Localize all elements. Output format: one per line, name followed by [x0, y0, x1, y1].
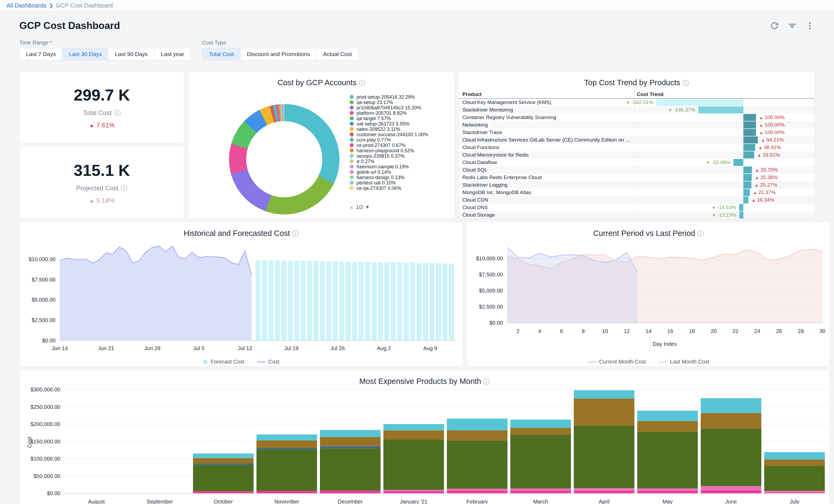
monthly-products-chart[interactable]: $300,000.00$250,000.00$200,000.00$150,00… — [20, 386, 830, 504]
chevron-right-icon: ❯ — [49, 3, 53, 8]
info-icon[interactable]: ⓘ — [359, 79, 365, 87]
table-row[interactable]: Cloud SQL▲ 25.70% — [459, 166, 814, 174]
svg-text:10: 10 — [602, 328, 608, 334]
svg-text:6: 6 — [560, 328, 563, 334]
column-header-product[interactable]: Product — [459, 91, 634, 97]
product-cell: MongoDB Inc. MongoDB Atlas — [459, 190, 634, 195]
legend-current-month[interactable]: Current Month Cost — [588, 359, 646, 365]
info-icon[interactable]: ⓘ — [114, 109, 121, 117]
table-row[interactable]: Cloud Storage▼ -13.19% — [459, 211, 814, 219]
more-options-button[interactable] — [805, 21, 815, 30]
product-cell: Cloud CDN — [459, 197, 634, 203]
monthly-products-title: Most Expensive Products by Month — [359, 377, 481, 386]
info-icon[interactable]: ⓘ — [483, 378, 490, 385]
table-row[interactable]: MongoDB Inc. MongoDB Atlas▲ 21.37% — [459, 189, 814, 196]
donut-legend-item[interactable]: ccm-play 0.77% — [350, 137, 455, 143]
table-row[interactable]: Cloud Dataflow▼ -32.06% — [459, 159, 814, 166]
table-row[interactable]: Cloud Infrastructure Services GitLab Ser… — [459, 136, 814, 144]
filter-button[interactable] — [787, 21, 797, 30]
info-icon[interactable]: ⓘ — [682, 79, 689, 87]
cost-trend-table-title: Top Cost Trend by Products — [584, 78, 680, 87]
legend-label: ce-qa-274307 0.06% — [356, 185, 401, 191]
info-icon[interactable]: ⓘ — [292, 230, 299, 237]
historical-forecast-chart[interactable]: $0.00$2,500.00$5,000.00$7,500.00$10,000.… — [20, 238, 463, 358]
legend-label: qa-target 7.57% — [356, 116, 391, 121]
info-icon[interactable]: ⓘ — [697, 230, 704, 237]
legend-cost[interactable]: Cost — [257, 359, 280, 365]
breadcrumb: All Dashboards ❯ GCP Cost Dashboard — [0, 0, 834, 11]
cost-trend-cell: ▲ 16.34% — [634, 196, 814, 204]
legend-label: harness-playground 0.52% — [356, 148, 414, 153]
table-row[interactable]: Cloud CDN▲ 16.34% — [459, 196, 814, 204]
donut-legend-item[interactable]: freemium-sample 0.19% — [350, 164, 455, 170]
pager-up-icon[interactable]: ▲ — [349, 204, 354, 210]
breadcrumb-link-all-dashboards[interactable]: All Dashboards — [6, 2, 46, 9]
option-last-7-days[interactable]: Last 7 Days — [20, 48, 62, 60]
info-icon[interactable]: ⓘ — [121, 184, 127, 193]
table-row[interactable]: Stackdriver Monitoring▼ -146.37% — [459, 106, 814, 114]
total-cost-kpi-card: 299.7 K Total Cost ⓘ ▲ 7.61% — [19, 71, 184, 144]
donut-legend-item[interactable]: qa-target 7.57% — [350, 116, 455, 121]
svg-text:$10,000.00: $10,000.00 — [29, 256, 56, 262]
product-cell: Cloud Storage — [459, 212, 634, 218]
legend-dot-icon — [350, 186, 354, 190]
breadcrumb-current: GCP Cost Dashboard — [56, 2, 113, 9]
table-row[interactable]: Stackdriver Logging▲ 25.27% — [459, 181, 814, 189]
donut-legend-item[interactable]: ø 0.27% — [350, 159, 455, 164]
legend-forecast-cost[interactable]: Forecast Cost — [203, 359, 244, 365]
svg-text:August: August — [88, 499, 105, 504]
donut-legend-item[interactable]: platform-205701 8.82% — [350, 110, 455, 116]
donut-legend-item[interactable]: sales-209522 3.11% — [350, 127, 455, 132]
triangle-down-icon: ▼ — [706, 160, 710, 165]
option-last-30-days[interactable]: Last 30 Days — [62, 48, 108, 60]
legend-last-month[interactable]: Last Month Cost — [659, 359, 709, 365]
donut-legend-item[interactable]: prod-setup-205416 32.29% — [350, 94, 455, 100]
table-row[interactable]: Cloud Key Management Service (KMS)▼ -342… — [459, 98, 814, 106]
table-row[interactable]: Stackdriver Trace▲ 100.00% — [459, 129, 814, 136]
donut-legend-item[interactable]: harness-design 0.13% — [350, 175, 455, 180]
donut-legend-item[interactable]: pr10406a87045145c3 15.20% — [350, 105, 455, 110]
legend-label: harness-design 0.13% — [356, 175, 404, 180]
table-row[interactable]: Cloud DNS▼ -14.53% — [459, 204, 814, 211]
table-row[interactable]: Redis Labs Redis Enterprise Cloud▲ 25.38… — [459, 174, 814, 181]
option-last-year[interactable]: Last year — [154, 48, 191, 60]
table-row[interactable]: Container Registry Vulnerability Scannin… — [459, 114, 814, 121]
trend-bar — [743, 189, 750, 196]
period-compare-chart[interactable]: $0.00$2,500.00$5,000.00$7,500.00$10,000.… — [467, 238, 830, 358]
donut-legend-item[interactable]: uat-setup-261723 5.55% — [350, 121, 455, 127]
donut-legend-item[interactable]: pentest-uat 0.10% — [350, 180, 455, 185]
option-total-cost[interactable]: Total Cost — [202, 48, 240, 60]
column-header-cost-trend[interactable]: Cost Trend — [634, 91, 814, 98]
option-last-90-days[interactable]: Last 90 Days — [108, 48, 154, 60]
donut-legend-item[interactable]: qa-setup 23.17% — [350, 100, 455, 105]
option-actual-cost[interactable]: Actual Cost — [316, 48, 358, 60]
table-row[interactable]: Cloud Memorystore for Redis▲ 33.51% — [459, 151, 814, 159]
svg-text:12: 12 — [624, 328, 630, 334]
svg-text:Jun 21: Jun 21 — [98, 345, 114, 351]
svg-text:$50,000.00: $50,000.00 — [34, 473, 60, 479]
gcp-accounts-donut-chart[interactable] — [229, 104, 339, 215]
svg-text:December: December — [338, 499, 363, 504]
table-row[interactable]: Cloud Functions▲ 38.41% — [459, 144, 814, 151]
donut-legend: prod-setup-205416 32.29%qa-setup 23.17%p… — [350, 94, 455, 191]
donut-legend-item[interactable]: golink-url 0.14% — [350, 170, 455, 175]
donut-legend-item[interactable]: ce-qa-274307 0.06% — [350, 185, 455, 191]
donut-legend-item[interactable]: customer-success-244100 1.00% — [350, 132, 455, 137]
donut-legend-item[interactable]: harness-playground 0.52% — [350, 148, 455, 153]
legend-dot-icon — [350, 127, 354, 131]
option-discount-and-promotions[interactable]: Discount and Promotions — [240, 48, 316, 60]
table-row[interactable]: Networking▲ 100.00% — [459, 121, 814, 129]
pager-down-icon[interactable]: ▼ — [365, 204, 370, 210]
donut-legend-item[interactable]: ce-prod-274307 0.67% — [350, 143, 455, 148]
projected-cost-label: Projected Cost — [76, 184, 118, 192]
period-compare-title: Current Period vs Last Period — [593, 229, 695, 238]
cost-trend-cell: ▼ -146.37% — [634, 106, 814, 114]
refresh-button[interactable] — [770, 21, 779, 30]
donut-legend-item[interactable]: secops-239815 0.37% — [350, 153, 455, 159]
legend-label: customer-success-244100 1.00% — [356, 132, 428, 137]
svg-text:Jun 28: Jun 28 — [144, 345, 160, 351]
legend-dot-icon — [350, 95, 354, 99]
cost-trend-cell: ▲ 94.21% — [634, 136, 814, 144]
product-cell: Cloud SQL — [459, 167, 634, 173]
cost-trend-cell: ▲ 33.51% — [634, 151, 814, 159]
